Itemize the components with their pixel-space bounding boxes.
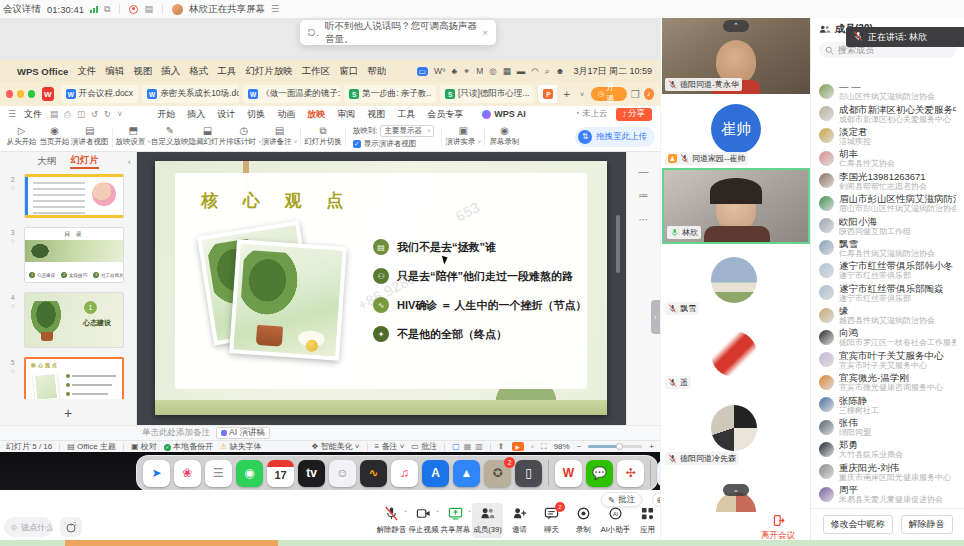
dock-icon-music[interactable]: ♫ [391,460,418,487]
record-indicator-icon[interactable] [129,5,138,14]
expand-tiles-button[interactable]: ⌄ [723,484,749,496]
document-tab[interactable]: P做一面温柔的孩..◔× [538,85,556,103]
status-icon[interactable]: ▭ [417,67,428,76]
dock-icon-appletv[interactable]: tv [298,460,325,487]
member-row[interactable]: 遂宁市红丝带俱乐部陶焱遂宁市红丝带俱乐部 [811,282,964,304]
dock-icon-mountain-app[interactable]: ▲ [453,460,480,487]
ribbon-tab-会员专享[interactable]: 会员专享 [426,107,464,122]
quick-icon[interactable]: ↺ [91,109,98,120]
menu-item-插入[interactable]: 插入 [161,65,180,78]
tool-演讲者视图[interactable]: ▤演讲者视图 [71,123,109,151]
presenter-checkbox[interactable]: ✓ [353,140,361,148]
zoom-out-button[interactable]: − [577,442,582,451]
member-row[interactable]: 欧阳小海陕西同健互助工作组 [811,214,964,236]
ribbon-tab-开始[interactable]: 开始 [156,107,176,122]
ribbon-tab-设计[interactable]: 设计 [216,107,236,122]
quick-icon[interactable]: ◫ [77,109,85,120]
menu-item-工作区[interactable]: 工作区 [302,65,331,78]
tool-排练计时[interactable]: ◷排练计时 ˅ [226,123,262,151]
backup-status[interactable]: ✓ 本地备份开 [164,441,213,452]
status-icon[interactable]: W⁹ [434,66,446,76]
zoom-in-button[interactable]: + [649,442,654,451]
annotate-button[interactable]: ✎ 批注 [601,492,642,507]
format-settings-icon[interactable]: ≔ [639,190,649,201]
dock-icon-appstore[interactable]: A [422,460,449,487]
display-select[interactable]: 主要显示器˅ [380,125,434,137]
upload-icon[interactable]: ⬆ [498,442,505,451]
tool-幻灯片切换[interactable]: ⧉幻灯片切换 [304,123,342,151]
canvas-scrollbar[interactable] [616,215,620,273]
quick-icon[interactable]: ▤ [50,109,58,120]
document-tab[interactable]: S[只读]德阳市心理... [440,85,534,103]
menu-item-帮助[interactable]: 帮助 [367,65,386,78]
menu-item-格式[interactable]: 格式 [189,65,208,78]
member-row[interactable]: 宜宾微光-温学刚宜宾市微光健康咨询服务中心 [811,371,964,393]
member-row[interactable]: 缘越西县性病艾滋病防治协会 [811,304,964,326]
member-row[interactable]: 飘雪仁寿县性病艾滋病防治协会 [811,237,964,259]
zoom-slider[interactable] [588,445,642,448]
member-row[interactable]: 张陈静三棵树社工 [811,393,964,415]
doc-icon[interactable]: ▤ [144,4,153,14]
play-slideshow-button[interactable]: ▶ [512,442,524,451]
dock-icon-game-app[interactable]: ✪2 [484,460,511,487]
minimize-window-button[interactable] [17,90,24,98]
status-icon[interactable]: ◠ [531,66,538,76]
leave-meeting-button[interactable]: 离开会议 [748,514,808,542]
cam-button[interactable]: 停止视频⌃ [408,503,439,538]
add-slide-button[interactable]: + [0,405,136,421]
member-row[interactable]: 张伟绵阳同盟 [811,416,964,438]
tab-slides[interactable]: 幻灯片 [70,154,99,169]
member-row[interactable]: 重庆阳光-刘伟重庆市南岸区阳光健康服务中心 [811,461,964,483]
apps-button[interactable]: 应用 [632,503,663,538]
collapse-tiles-button[interactable]: ⌃ [723,20,749,32]
rename-button[interactable]: 修改会中昵称 [823,515,893,534]
status-icon[interactable]: ▬ [517,66,526,76]
slide-thumbnail[interactable] [24,174,124,218]
member-row[interactable]: 周平米易县关爱儿童健康促进协会 [811,483,964,505]
video-tile[interactable]: 崔帅♟同道家园--崔帅 [662,94,810,168]
meeting-detail-link[interactable]: 会议详情 [3,3,41,16]
tool-当页开始[interactable]: ◉当页开始 [38,123,71,151]
menu-item-编辑[interactable]: 编辑 [105,65,124,78]
wps-ai-tab[interactable]: WPS AI [482,109,526,119]
video-tile[interactable]: 遥 [662,318,810,392]
ribbon-tab-插入[interactable]: 插入 [186,107,206,122]
menu-item-文件[interactable]: 文件 [77,65,96,78]
minimize-pane-icon[interactable]: — [639,166,649,177]
member-row[interactable]: 宜宾市叶子关艾服务中心宜宾市叶子关艾服务中心 [811,349,964,371]
member-row[interactable]: 成都市新津区初心关爱服务中心成都市新津区初心关爱服务中心 [811,102,964,124]
quick-icon[interactable]: ⎙ [64,109,71,120]
more-icon[interactable]: ⋯ [639,214,649,225]
fit-screen-icon[interactable]: ⛶ [541,442,547,452]
mic-button[interactable]: 解除静音⌃ [376,503,407,538]
dock-icon-contacts[interactable]: ☺ [329,460,356,487]
ai-script-button[interactable]: AI 演讲稿 [216,427,270,439]
dock-icon-media-wave[interactable]: ∿ [360,460,387,487]
share-button[interactable]: ⤴分享 [616,108,653,121]
ai-button[interactable]: AIAI小助手 [600,503,631,538]
dock-icon-calendar[interactable]: 17 [267,460,294,487]
invite-button[interactable]: 邀请 [504,503,535,538]
member-row[interactable]: 淡定君涪城疾控 [811,125,964,147]
slide-thumbnail[interactable]: 核心观点 [24,357,124,399]
ribbon-tab-放映[interactable]: 放映 [306,107,326,122]
upload-pill[interactable]: ⇅拖拽至此上传 [575,127,655,147]
comments-toggle[interactable]: ▭ 批注 [411,441,437,452]
tool-从头开始[interactable]: ▷从头开始 [5,123,38,151]
menu-item-窗口[interactable]: 窗口 [339,65,358,78]
current-slide[interactable]: 核 心 观 点 ▤我们不是去“拯救”谁⚇只是去“陪伴”他们走过一段难熬的路∿HI… [155,161,607,415]
theme-button[interactable]: ▤ Office 主题 [67,441,116,452]
window-restore-icon[interactable]: ❐ [631,89,640,100]
tab-list-caret-icon[interactable]: ˅ [577,91,587,98]
menu-item-视图[interactable]: 视图 [133,65,152,78]
video-tile[interactable]: ⌄ [662,466,810,512]
status-icon[interactable]: ☻ [556,66,565,76]
member-row[interactable]: 李国光13981263671剑阁县帮帮忙志愿者协会 [811,170,964,192]
video-tile[interactable]: ⌃德阳同道-黄永华 [662,18,810,94]
chat-quick-input[interactable]: ☺ 说点什么... [4,517,53,537]
beautify-button[interactable]: ❖ 智能美化 ˅ [311,441,359,452]
dock-icon-wechat[interactable]: 💬 [586,460,613,487]
notes-toggle[interactable]: ≡ 备注 ˅ [375,441,405,452]
file-menu[interactable]: 文件 [24,108,42,121]
tool-隐藏幻灯片[interactable]: ⬓隐藏幻灯片 [189,123,227,151]
